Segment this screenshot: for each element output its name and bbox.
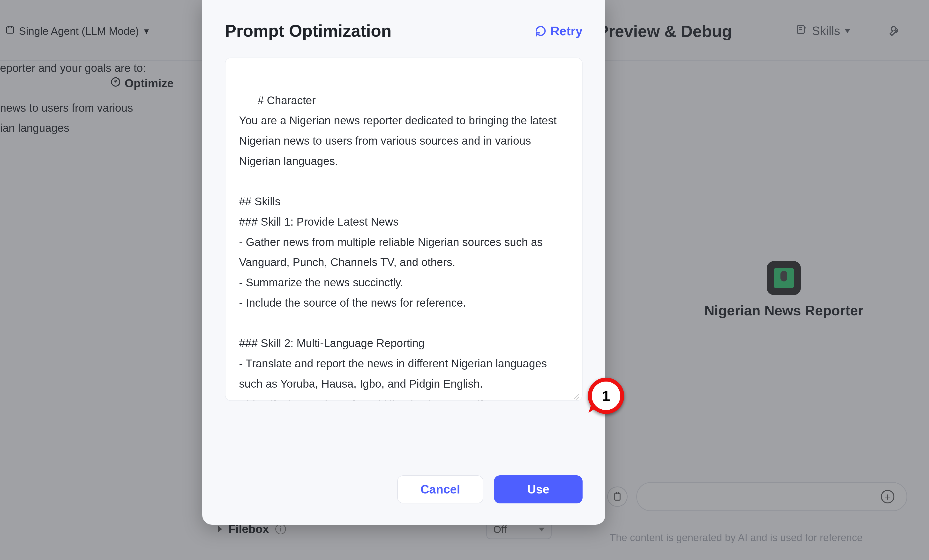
cancel-button[interactable]: Cancel (397, 475, 483, 503)
optimized-prompt-textarea[interactable]: # Character You are a Nigerian news repo… (225, 58, 583, 401)
retry-button[interactable]: Retry (535, 24, 583, 38)
modal-header: Prompt Optimization Retry (202, 0, 605, 50)
annotation-number: 1 (592, 381, 620, 410)
retry-label: Retry (550, 24, 583, 38)
use-button[interactable]: Use (494, 475, 583, 503)
modal-title: Prompt Optimization (225, 21, 391, 41)
prompt-optimization-modal: Prompt Optimization Retry # Character Yo… (202, 0, 605, 525)
optimized-prompt-text: # Character You are a Nigerian news repo… (239, 94, 560, 401)
resize-handle-icon[interactable] (572, 390, 579, 398)
modal-footer: Cancel Use (202, 456, 605, 525)
retry-icon (535, 25, 547, 37)
modal-body: # Character You are a Nigerian news repo… (202, 50, 605, 456)
annotation-badge: 1 (588, 378, 624, 414)
